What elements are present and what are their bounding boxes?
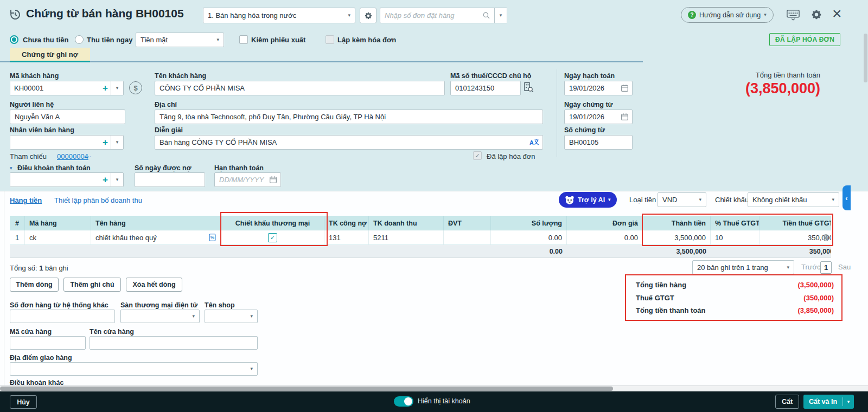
doc-type-settings-button[interactable] xyxy=(360,8,376,23)
calendar-icon[interactable] xyxy=(269,176,277,184)
currency-dropdown[interactable]: VND▾ xyxy=(658,192,706,207)
cell-item-name[interactable]: chiết khấu theo quý % xyxy=(91,230,221,245)
save-button[interactable]: Cất xyxy=(775,395,799,409)
pager-next[interactable]: Sau xyxy=(838,263,851,271)
add-payment-term-icon[interactable]: + xyxy=(100,173,111,186)
pager-page-number[interactable]: 1 xyxy=(820,261,832,274)
checkbox-invoice-issued[interactable]: ✓ xyxy=(473,151,482,160)
pager-prev[interactable]: Trước xyxy=(801,263,821,271)
checkbox-trade-discount[interactable]: ✓ xyxy=(268,233,277,242)
tab-debit-document[interactable]: Chứng từ ghi nợ xyxy=(10,48,90,62)
payment-terms-dropdown-button[interactable]: ▾ xyxy=(111,173,123,186)
contact-input[interactable] xyxy=(10,110,125,124)
col-header-dvt[interactable]: ĐVT xyxy=(444,216,491,230)
due-date-input[interactable] xyxy=(218,175,267,184)
cell-unit-price[interactable]: 0.00 xyxy=(567,230,643,245)
vertical-scrollbar-thumb[interactable] xyxy=(864,34,867,82)
tab-revenue-allocation[interactable]: Thiết lập phân bổ doanh thu xyxy=(54,196,142,204)
help-button[interactable]: ? Hướng dẫn sử dụng ▾ xyxy=(681,7,774,23)
order-search-input[interactable] xyxy=(380,11,478,20)
col-header-vat-amount[interactable]: Tiền thuế GTGT xyxy=(760,216,831,230)
delete-row-trash-icon[interactable] xyxy=(822,233,829,242)
reference-more-link[interactable]: ... xyxy=(86,151,92,159)
payment-method-dropdown[interactable]: Tiền mặt▾ xyxy=(136,33,224,47)
page-size-dropdown[interactable]: 20 bản ghi trên 1 trang▾ xyxy=(692,260,794,274)
keyboard-shortcuts-icon[interactable] xyxy=(787,9,800,21)
history-icon[interactable] xyxy=(9,8,22,21)
discount-dropdown[interactable]: Không chiết khấu▾ xyxy=(748,192,839,207)
address-input[interactable] xyxy=(155,110,543,124)
col-header-tk-doanh-thu[interactable]: TK doanh thu xyxy=(369,216,444,230)
record-count: Tổng số: 1 bản ghi xyxy=(10,264,68,272)
collapse-triangle-icon[interactable]: ▾ xyxy=(10,165,12,171)
order-search-dropdown-button[interactable]: ▾ xyxy=(494,8,507,23)
add-salesperson-icon[interactable]: + xyxy=(100,136,111,149)
tax-code-input[interactable] xyxy=(450,81,521,95)
checkbox-export-slip[interactable] xyxy=(239,35,248,44)
currency-dollar-icon[interactable]: $ xyxy=(129,81,142,94)
col-header-tk-cong-no[interactable]: TK công nợ xyxy=(324,216,369,230)
horizontal-scrollbar-thumb[interactable] xyxy=(0,387,613,391)
debt-days-input[interactable] xyxy=(135,172,205,187)
doc-number-input[interactable] xyxy=(564,135,633,150)
customer-dropdown-button[interactable]: ▾ xyxy=(111,81,123,95)
payment-terms-input[interactable] xyxy=(10,173,100,186)
col-header-vat-pct[interactable]: % Thuế GTGT xyxy=(711,216,760,230)
store-code-input[interactable] xyxy=(10,336,86,350)
cell-vat-amount[interactable]: 350,000 xyxy=(760,230,831,245)
cell-tk-doanh-thu[interactable]: 5211 xyxy=(369,230,444,245)
doc-date-input[interactable] xyxy=(568,112,618,121)
radio-not-collected[interactable] xyxy=(10,35,18,44)
show-accounts-toggle[interactable] xyxy=(394,396,413,407)
side-panel-collapse-tab[interactable]: ‹ xyxy=(843,185,851,210)
description-input[interactable] xyxy=(158,138,527,147)
search-icon[interactable] xyxy=(480,11,492,20)
calendar-icon[interactable] xyxy=(621,113,629,121)
delivery-location-label: Địa điểm giao hàng xyxy=(10,354,72,362)
cancel-button[interactable]: Hủy xyxy=(10,395,37,409)
radio-collect-now[interactable] xyxy=(75,35,84,44)
tab-hang-tien[interactable]: Hàng tiền xyxy=(10,196,42,204)
chevron-down-icon[interactable]: ▾ xyxy=(843,399,854,404)
ai-assistant-button[interactable]: Trợ lý AI ▾ xyxy=(559,192,617,208)
salesperson-dropdown-button[interactable]: ▾ xyxy=(111,136,123,149)
save-and-print-button[interactable]: Cất và In ▾ xyxy=(803,395,854,409)
discount-doc-icon[interactable]: % xyxy=(208,233,216,242)
translate-icon[interactable]: A xyxy=(529,138,539,147)
delete-all-rows-button[interactable]: Xóa hết dòng xyxy=(126,278,182,292)
cell-amount[interactable]: 3,500,000 xyxy=(643,230,711,245)
col-header-item-name[interactable]: Tên hàng xyxy=(91,216,221,230)
add-row-button[interactable]: Thêm dòng xyxy=(10,278,59,292)
delivery-location-dropdown[interactable]: ▾ xyxy=(10,362,258,376)
discount-label: Chiết khấu xyxy=(715,196,749,204)
doc-type-dropdown[interactable]: 1. Bán hàng hóa trong nước▾ xyxy=(203,8,355,23)
customer-code-input[interactable] xyxy=(10,81,100,95)
cell-dvt[interactable] xyxy=(444,230,491,245)
salesperson-input[interactable] xyxy=(10,136,100,149)
close-icon[interactable]: × xyxy=(832,4,842,23)
cell-quantity[interactable]: 0.00 xyxy=(491,230,567,245)
col-header-item-code[interactable]: Mã hàng xyxy=(25,216,91,230)
tax-lookup-icon[interactable] xyxy=(523,82,534,93)
col-header-amount[interactable]: Thành tiền xyxy=(643,216,711,230)
add-customer-icon[interactable]: + xyxy=(100,81,111,95)
customer-name-input[interactable] xyxy=(155,81,445,95)
checkbox-with-invoice[interactable] xyxy=(326,35,334,44)
col-header-no[interactable]: # xyxy=(10,216,25,230)
cell-tk-cong-no[interactable]: 131 xyxy=(324,230,369,245)
add-note-button[interactable]: Thêm ghi chú xyxy=(63,278,121,292)
chevron-down-icon: ▾ xyxy=(764,12,767,17)
col-header-unit-price[interactable]: Đơn giá xyxy=(567,216,643,230)
cell-item-code[interactable]: ck xyxy=(25,230,91,245)
col-header-quantity[interactable]: Số lượng xyxy=(491,216,567,230)
store-name-input[interactable] xyxy=(90,336,258,350)
reference-link[interactable]: 00000004 xyxy=(57,152,88,160)
col-header-trade-discount[interactable]: Chiết khấu thương mại xyxy=(221,216,324,230)
cell-vat-pct[interactable]: 10 xyxy=(711,230,760,245)
sales-document-window: Chứng từ bán hàng BH00105 1. Bán hàng hó… xyxy=(0,0,868,412)
marketplace-dropdown[interactable]: ▾ xyxy=(120,310,200,323)
table-row[interactable]: 1 ck chiết khấu theo quý % ✓ 131 5211 0.… xyxy=(10,230,831,245)
settings-gear-icon[interactable] xyxy=(810,9,822,21)
shop-name-dropdown[interactable]: ▾ xyxy=(205,310,258,323)
external-order-input[interactable] xyxy=(10,310,115,323)
